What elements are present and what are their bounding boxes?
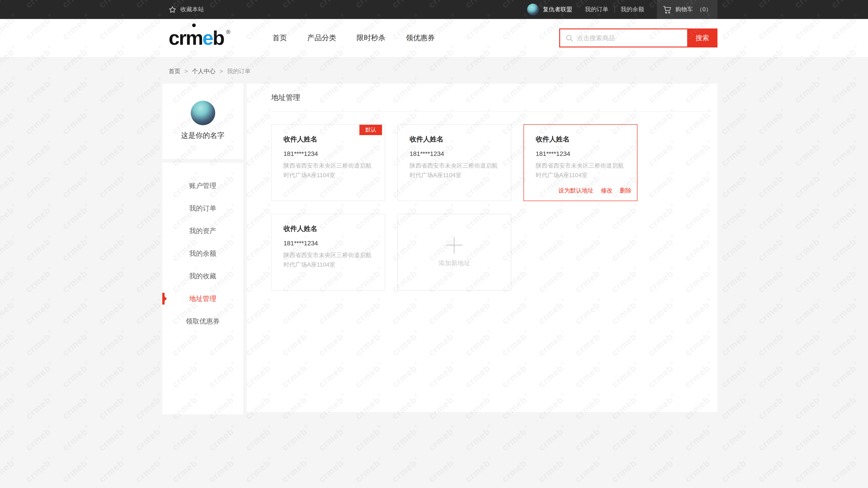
- watermark: crmeb®: [0, 108, 18, 136]
- content: 这是你的名字 账户管理我的订单我的资产我的余额我的收藏地址管理领取优惠券 地址管…: [162, 84, 717, 414]
- recipient-name: 收件人姓名: [283, 224, 377, 233]
- watermark: crmeb®: [720, 203, 751, 231]
- watermark: crmeb®: [830, 266, 861, 294]
- watermark: crmeb®: [61, 329, 92, 357]
- sidebar-item-7[interactable]: 领取优惠券: [162, 310, 243, 332]
- address-card[interactable]: 收件人姓名181****1234陕西省西安市未央区三桥街道启航时代广场A座110…: [524, 124, 638, 201]
- logo[interactable]: crmeb®: [168, 28, 228, 48]
- watermark: crmeb®: [793, 140, 824, 168]
- watermark: crmeb®: [793, 329, 824, 357]
- sidebar-profile: 这是你的名字: [162, 84, 243, 159]
- watermark: crmeb®: [61, 266, 92, 294]
- watermark: crmeb®: [720, 266, 751, 294]
- recipient-phone: 181****1234: [283, 239, 377, 247]
- watermark: crmeb®: [61, 298, 92, 326]
- user-menu[interactable]: 复仇者联盟: [527, 4, 572, 15]
- address-card[interactable]: 收件人姓名181****1234陕西省西安市未央区三桥街道启航时代广场A座110…: [397, 124, 511, 201]
- search-icon: [565, 34, 573, 42]
- watermark: crmeb®: [170, 456, 202, 484]
- cart-button[interactable]: 购物车（0）: [657, 0, 717, 19]
- watermark: crmeb®: [97, 234, 128, 263]
- recipient-name: 收件人姓名: [410, 135, 503, 144]
- watermark: crmeb®: [830, 298, 861, 326]
- watermark: crmeb®: [793, 234, 824, 263]
- breadcrumb-item-1[interactable]: 首页: [168, 68, 180, 74]
- watermark: crmeb®: [0, 76, 18, 104]
- watermark: crmeb®: [720, 329, 751, 357]
- recipient-phone: 181****1234: [410, 150, 503, 158]
- watermark: crmeb®: [793, 393, 824, 421]
- sidebar-item-1[interactable]: 账户管理: [162, 174, 243, 197]
- watermark: crmeb®: [720, 140, 751, 168]
- topbar-my-orders[interactable]: 我的订单: [585, 5, 609, 13]
- divider: [614, 6, 615, 12]
- watermark: crmeb®: [97, 424, 128, 452]
- watermark: crmeb®: [24, 203, 55, 231]
- nav-item-3[interactable]: 限时秒杀: [356, 33, 385, 43]
- watermark: crmeb®: [793, 76, 824, 104]
- sidebar-item-5[interactable]: 我的收藏: [162, 265, 243, 287]
- watermark: crmeb®: [610, 456, 641, 484]
- breadcrumb-separator: >: [184, 68, 188, 74]
- watermark: crmeb®: [427, 456, 458, 484]
- recipient-address: 陕西省西安市未央区三桥街道启航时代广场A座1104室: [536, 161, 629, 180]
- watermark: crmeb®: [61, 456, 92, 484]
- watermark: crmeb®: [830, 424, 861, 452]
- watermark: crmeb®: [756, 140, 787, 168]
- watermark: crmeb®: [97, 329, 128, 357]
- address-card[interactable]: 默认收件人姓名181****1234陕西省西安市未央区三桥街道启航时代广场A座1…: [271, 124, 385, 201]
- page-title: 地址管理: [271, 93, 712, 103]
- favorite-site-link[interactable]: 收藏本站: [162, 5, 204, 13]
- sidebar-item-3[interactable]: 我的资产: [162, 220, 243, 242]
- watermark: crmeb®: [866, 393, 868, 421]
- avatar[interactable]: [191, 101, 215, 125]
- watermark: crmeb®: [390, 424, 421, 452]
- watermark: crmeb®: [170, 424, 202, 452]
- watermark: crmeb®: [573, 456, 604, 484]
- search-button[interactable]: 搜索: [687, 29, 717, 47]
- sidebar-item-6[interactable]: 地址管理: [162, 287, 243, 310]
- sidebar-item-2[interactable]: 我的订单: [162, 197, 243, 220]
- watermark: crmeb®: [244, 424, 275, 452]
- watermark: crmeb®: [756, 266, 787, 294]
- topbar: 收藏本站 复仇者联盟 我的订单 我的余额: [0, 0, 868, 19]
- watermark: crmeb®: [24, 424, 55, 452]
- search-input[interactable]: [573, 34, 687, 41]
- watermark: crmeb®: [720, 171, 751, 199]
- watermark: crmeb®: [866, 234, 868, 263]
- watermark: crmeb®: [134, 203, 165, 231]
- watermark: crmeb®: [0, 393, 18, 421]
- edit-address-link[interactable]: 修改: [601, 187, 613, 195]
- breadcrumb-item-2[interactable]: 个人中心: [192, 68, 215, 74]
- address-management-panel: 地址管理 默认收件人姓名181****1234陕西省西安市未央区三桥街道启航时代…: [247, 84, 717, 412]
- watermark: crmeb®: [317, 456, 348, 484]
- main-nav: 首页产品分类限时秒杀领优惠券: [272, 33, 435, 43]
- delete-address-link[interactable]: 删除: [620, 187, 631, 195]
- watermark: crmeb®: [756, 234, 787, 263]
- topbar-my-balance[interactable]: 我的余额: [621, 5, 644, 13]
- add-address-card[interactable]: 添加新地址: [397, 214, 511, 291]
- watermark: crmeb®: [134, 266, 165, 294]
- watermark: crmeb®: [720, 76, 751, 104]
- watermark: crmeb®: [134, 393, 165, 421]
- watermark: crmeb®: [720, 393, 751, 421]
- plus-icon: [446, 237, 463, 253]
- topbar-right: 复仇者联盟 我的订单 我的余额 购物车（0）: [527, 0, 717, 19]
- address-card[interactable]: 收件人姓名181****1234陕西省西安市未央区三桥街道启航时代广场A座110…: [271, 214, 385, 291]
- watermark: crmeb®: [720, 456, 751, 484]
- watermark: crmeb®: [134, 76, 165, 104]
- watermark: crmeb®: [537, 424, 567, 452]
- watermark: crmeb®: [866, 140, 868, 168]
- sidebar-item-4[interactable]: 我的余额: [162, 242, 243, 265]
- watermark: crmeb®: [720, 234, 751, 263]
- watermark: crmeb®: [207, 424, 238, 452]
- watermark: crmeb®: [793, 456, 824, 484]
- watermark: crmeb®: [97, 298, 128, 326]
- nav-item-4[interactable]: 领优惠券: [406, 33, 435, 43]
- nav-item-2[interactable]: 产品分类: [307, 33, 336, 43]
- nav-item-1[interactable]: 首页: [272, 33, 287, 43]
- watermark: crmeb®: [720, 108, 751, 136]
- watermark: crmeb®: [830, 234, 861, 263]
- set-default-address-link[interactable]: 设为默认地址: [558, 187, 594, 195]
- watermark: crmeb®: [24, 171, 55, 199]
